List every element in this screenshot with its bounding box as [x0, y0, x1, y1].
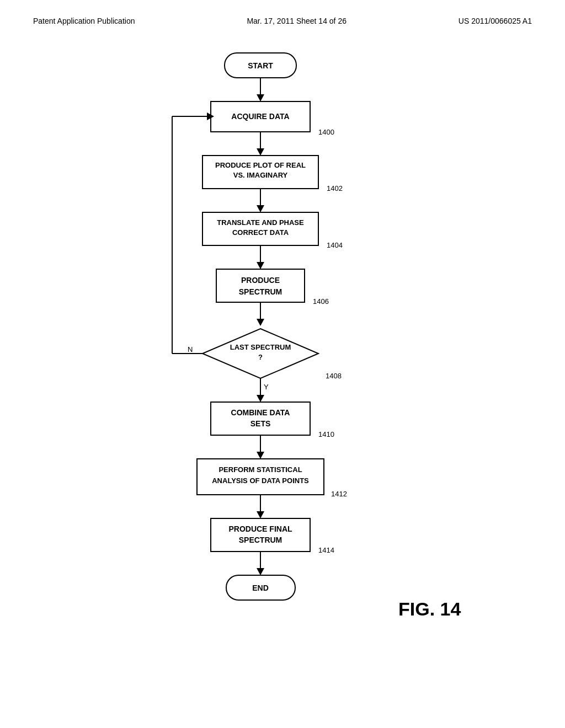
flowchart-svg: START ACQUIRE DATA 1400 PRODUCE PLOT OF …: [89, 42, 476, 676]
label-1412: 1412: [331, 490, 347, 498]
arrowhead-7: [257, 452, 264, 459]
diamond-n-label: N: [188, 345, 193, 354]
combine-label2: SETS: [250, 419, 271, 428]
arrowhead-4: [257, 262, 264, 269]
produce-spectrum-label1: PRODUCE: [241, 276, 280, 285]
fig-label: FIG. 14: [398, 598, 461, 619]
arrowhead-5: [257, 319, 264, 326]
arrowhead-1: [257, 94, 264, 101]
page-header: Patent Application Publication Mar. 17, …: [0, 0, 565, 31]
combine-shape: [211, 402, 310, 435]
label-1400: 1400: [318, 128, 334, 136]
label-1402: 1402: [327, 184, 343, 192]
acquire-data-label: ACQUIRE DATA: [231, 112, 289, 121]
label-1406: 1406: [313, 297, 329, 306]
final-spectrum-label1: PRODUCE FINAL: [228, 524, 292, 533]
arrowhead-6: [257, 395, 264, 402]
diamond-y-label: Y: [264, 383, 269, 391]
header-left: Patent Application Publication: [33, 17, 135, 25]
label-1414: 1414: [318, 546, 334, 554]
label-1404: 1404: [327, 241, 343, 249]
statistical-label2: ANALYSIS OF DATA POINTS: [212, 477, 309, 485]
arrowhead-9: [257, 568, 264, 575]
arrowhead-3: [257, 205, 264, 212]
label-1410: 1410: [318, 430, 334, 438]
translate-label2: CORRECT DATA: [232, 228, 289, 237]
final-spectrum-shape: [211, 518, 310, 552]
produce-spectrum-shape: [216, 269, 305, 302]
header-middle: Mar. 17, 2011 Sheet 14 of 26: [247, 17, 347, 25]
start-label: START: [248, 61, 273, 70]
arrowhead-2: [257, 148, 264, 156]
final-spectrum-label2: SPECTRUM: [239, 536, 282, 544]
diamond-label1: LAST SPECTRUM: [230, 343, 291, 351]
arrowhead-8: [257, 511, 264, 518]
end-label: END: [252, 584, 269, 592]
produce-plot-label1: PRODUCE PLOT OF REAL: [215, 161, 306, 169]
flowchart-container: START ACQUIRE DATA 1400 PRODUCE PLOT OF …: [0, 42, 565, 676]
statistical-label1: PERFORM STATISTICAL: [218, 465, 302, 474]
combine-label1: COMBINE DATA: [231, 408, 290, 417]
header-right: US 2011/0066025 A1: [459, 17, 532, 25]
label-1408: 1408: [326, 372, 342, 380]
diamond-label2: ?: [258, 353, 263, 361]
translate-label1: TRANSLATE AND PHASE: [217, 218, 304, 227]
produce-spectrum-label2: SPECTRUM: [239, 287, 282, 296]
produce-plot-label2: VS. IMAGINARY: [233, 171, 288, 179]
